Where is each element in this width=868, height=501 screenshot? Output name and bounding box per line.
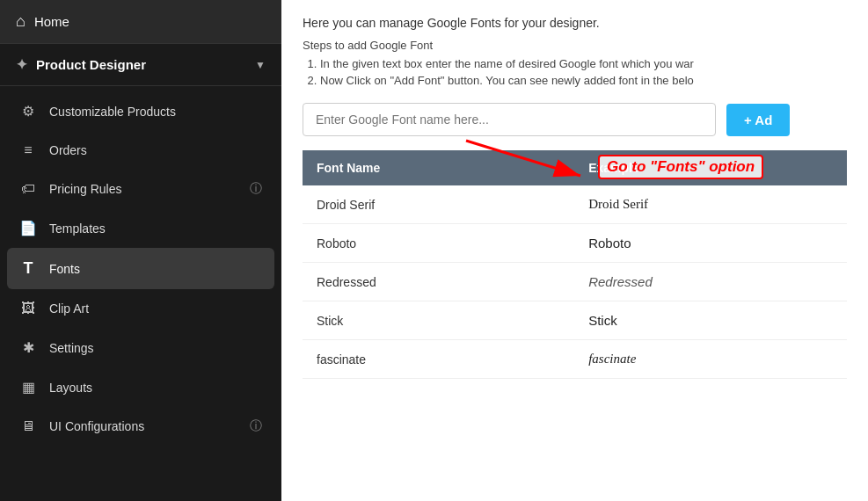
info-icon: ⓘ (250, 181, 262, 197)
sidebar-item-label: Fonts (49, 262, 80, 276)
col-example: Example (574, 150, 847, 185)
ui-configurations-icon: 🖥 (19, 418, 37, 434)
font-name-cell: Roboto (303, 224, 574, 263)
sidebar-item-customizable-products[interactable]: ⚙ Customizable Products (0, 91, 281, 131)
font-example-cell: Redressed (574, 263, 847, 301)
font-name-cell: fascinate (303, 340, 574, 379)
sidebar-item-product-designer[interactable]: ✦ Product Designer ▼ (0, 44, 281, 86)
font-example-cell: fascinate (574, 340, 847, 379)
orders-icon: ≡ (19, 142, 37, 158)
fonts-icon: T (19, 259, 37, 278)
sidebar-item-label: Pricing Rules (49, 182, 121, 196)
font-name-input[interactable] (303, 103, 716, 136)
sidebar-item-fonts[interactable]: T Fonts (7, 248, 274, 289)
sidebar-item-label: Customizable Products (49, 105, 176, 119)
pricing-rules-icon: 🏷 (19, 181, 37, 197)
font-example-cell: Stick (574, 301, 847, 340)
templates-icon: 📄 (19, 220, 37, 236)
font-name-cell: Droid Serif (303, 185, 574, 224)
home-label: Home (34, 14, 69, 29)
content-body: Here you can manage Google Fonts for you… (281, 0, 868, 501)
steps-list: In the given text box enter the name of … (303, 57, 847, 87)
main-content: Go to "Fonts" option Here you can manage… (281, 0, 868, 501)
add-font-button[interactable]: + Ad (726, 104, 790, 136)
clip-art-icon: 🖼 (19, 301, 37, 316)
sidebar-item-label: UI Configurations (49, 419, 144, 433)
font-name-cell: Stick (303, 301, 574, 340)
step-1: In the given text box enter the name of … (320, 57, 847, 70)
font-example-cell: Roboto (574, 224, 847, 263)
sidebar-item-orders[interactable]: ≡ Orders (0, 131, 281, 170)
sidebar-item-clip-art[interactable]: 🖼 Clip Art (0, 289, 281, 328)
table-row: RedressedRedressed (303, 263, 847, 301)
sidebar: ⌂ Home ✦ Product Designer ▼ ⚙ Customizab… (0, 0, 281, 501)
sidebar-item-settings[interactable]: ✱ Settings (0, 328, 281, 367)
sidebar-menu: ⚙ Customizable Products ≡ Orders 🏷 Prici… (0, 86, 281, 451)
col-font-name: Font Name (303, 150, 574, 185)
table-row: RobotoRoboto (303, 224, 847, 263)
page-description: Here you can manage Google Fonts for you… (303, 16, 847, 30)
sidebar-item-templates[interactable]: 📄 Templates (0, 208, 281, 248)
table-row: Droid SerifDroid Serif (303, 185, 847, 224)
sidebar-item-ui-configurations[interactable]: 🖥 UI Configurations ⓘ (0, 407, 281, 446)
product-designer-icon: ✦ (16, 56, 27, 73)
sidebar-item-label: Settings (49, 341, 94, 355)
font-example-cell: Droid Serif (574, 185, 847, 224)
add-font-row: + Ad (303, 103, 847, 136)
sidebar-item-label: Templates (49, 221, 106, 236)
sidebar-item-layouts[interactable]: ▦ Layouts (0, 367, 281, 407)
sidebar-item-pricing-rules[interactable]: 🏷 Pricing Rules ⓘ (0, 170, 281, 208)
steps-heading: Steps to add Google Font (303, 39, 847, 52)
step-2: Now Click on "Add Font" button. You can … (320, 74, 847, 87)
table-row: fascinatefascinate (303, 340, 847, 379)
product-designer-label: Product Designer (36, 57, 146, 72)
table-header-row: Font Name Example (303, 150, 847, 185)
home-icon: ⌂ (16, 12, 26, 31)
settings-icon: ✱ (19, 339, 37, 356)
fonts-table: Font Name Example Droid SerifDroid Serif… (303, 150, 847, 379)
layouts-icon: ▦ (19, 379, 37, 396)
sidebar-item-label: Orders (49, 143, 87, 157)
sidebar-item-home[interactable]: ⌂ Home (0, 0, 281, 44)
info-icon-ui: ⓘ (250, 418, 262, 434)
customizable-products-icon: ⚙ (19, 103, 37, 120)
font-name-cell: Redressed (303, 263, 574, 301)
add-font-button-label: + Ad (744, 113, 772, 127)
sidebar-item-label: Layouts (49, 381, 92, 395)
chevron-down-icon: ▼ (255, 59, 266, 71)
table-row: StickStick (303, 301, 847, 340)
sidebar-item-label: Clip Art (49, 301, 89, 316)
